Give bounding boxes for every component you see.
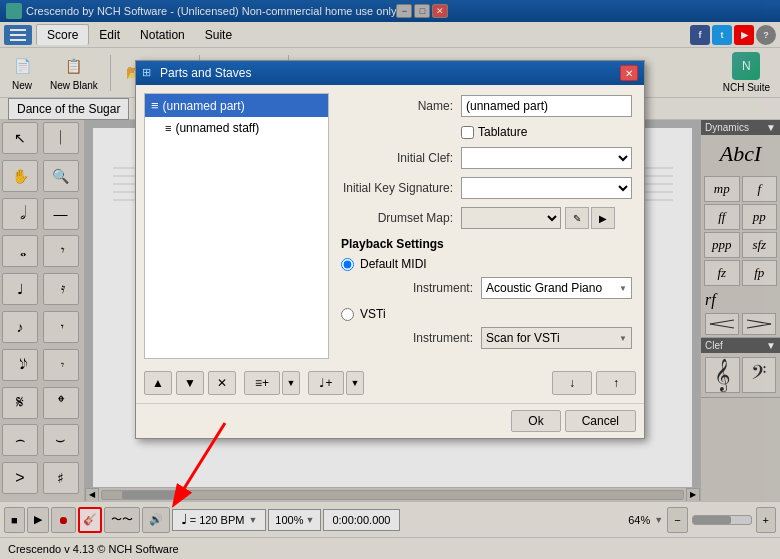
- cancel-button[interactable]: Cancel: [565, 410, 636, 432]
- playback-header: Playback Settings: [341, 237, 632, 251]
- dialog-bottom-buttons: ▲ ▼ ✕ ≡+ ▼ ♩+ ▼ ↓ ↑: [136, 367, 644, 403]
- vsti-instrument-row: Instrument: Scan for VSTi ▼: [361, 327, 632, 349]
- parts-staves-dialog: ⊞ Parts and Staves ✕ ≡ (unnamed part) ≡ …: [135, 60, 645, 439]
- dialog-add-staff-btn[interactable]: ♩+: [308, 371, 344, 395]
- drumset-buttons: ✎ ▶: [565, 207, 615, 229]
- drumset-select[interactable]: [461, 207, 561, 229]
- vsti-dropdown-icon: ▼: [619, 334, 627, 343]
- dialog-add-buttons: ≡+ ▼: [244, 371, 300, 395]
- dialog-ok-cancel: ↓ ↑: [552, 371, 636, 395]
- dialog-form: Name: Tablature Initial Clef: Initial Ke…: [329, 85, 644, 367]
- tree-part-label: (unnamed part): [163, 99, 245, 113]
- vsti-instrument-value: Scan for VSTi: [486, 331, 560, 345]
- initial-key-row: Initial Key Signature:: [341, 177, 632, 199]
- initial-key-select[interactable]: [461, 177, 632, 199]
- dialog-delete-btn[interactable]: ✕: [208, 371, 236, 395]
- vsti-radio[interactable]: [341, 308, 354, 321]
- dialog-body: ≡ (unnamed part) ≡ (unnamed staff) Name:: [136, 85, 644, 367]
- vsti-label: VSTi: [360, 307, 386, 321]
- initial-clef-label: Initial Clef:: [341, 151, 461, 165]
- tree-item-unnamed-part[interactable]: ≡ (unnamed part): [145, 94, 328, 117]
- drumset-edit-btn[interactable]: ✎: [565, 207, 589, 229]
- name-input[interactable]: [461, 95, 632, 117]
- dialog-titlebar: ⊞ Parts and Staves ✕: [136, 61, 644, 85]
- dialog-icon: ⊞: [142, 66, 156, 80]
- dialog-tree: ≡ (unnamed part) ≡ (unnamed staff): [144, 93, 329, 359]
- playback-label: Playback Settings: [341, 237, 444, 251]
- vsti-instrument-select[interactable]: Scan for VSTi ▼: [481, 327, 632, 349]
- ok-button[interactable]: Ok: [511, 410, 560, 432]
- initial-clef-row: Initial Clef:: [341, 147, 632, 169]
- tree-staff-label: (unnamed staff): [175, 121, 259, 135]
- midi-instrument-select[interactable]: Acoustic Grand Piano ▼: [481, 277, 632, 299]
- dialog-close-button[interactable]: ✕: [620, 65, 638, 81]
- tree-item-unnamed-staff[interactable]: ≡ (unnamed staff): [145, 117, 328, 139]
- dialog-down-btn[interactable]: ▼: [176, 371, 204, 395]
- midi-instrument-dropdown-icon: ▼: [619, 284, 627, 293]
- midi-instrument-value: Acoustic Grand Piano: [486, 281, 602, 295]
- drumset-label: Drumset Map:: [341, 211, 461, 225]
- dialog-title-text: Parts and Staves: [160, 66, 620, 80]
- dialog-export-btn[interactable]: ↑: [596, 371, 636, 395]
- dialog-add-dropdown-btn[interactable]: ▼: [282, 371, 300, 395]
- dialog-add-part-btn[interactable]: ≡+: [244, 371, 280, 395]
- vsti-row: VSTi: [341, 307, 632, 321]
- drumset-more-btn[interactable]: ▶: [591, 207, 615, 229]
- tablature-row: Tablature: [341, 125, 632, 139]
- dialog-action-buttons: Ok Cancel: [136, 403, 644, 438]
- midi-instrument-row: Instrument: Acoustic Grand Piano ▼: [361, 277, 632, 299]
- modal-layer: ⊞ Parts and Staves ✕ ≡ (unnamed part) ≡ …: [0, 0, 780, 559]
- dialog-add-staff-buttons: ♩+ ▼: [308, 371, 364, 395]
- staff-icon: ≡: [165, 122, 171, 134]
- part-icon: ≡: [151, 98, 159, 113]
- default-midi-radio[interactable]: [341, 258, 354, 271]
- dialog-up-btn[interactable]: ▲: [144, 371, 172, 395]
- initial-clef-select[interactable]: [461, 147, 632, 169]
- dialog-import-btn[interactable]: ↓: [552, 371, 592, 395]
- name-row: Name:: [341, 95, 632, 117]
- vsti-instrument-label: Instrument:: [361, 331, 481, 345]
- tablature-label: Tablature: [478, 125, 527, 139]
- default-midi-label: Default MIDI: [360, 257, 427, 271]
- default-midi-row: Default MIDI: [341, 257, 632, 271]
- name-label: Name:: [341, 99, 461, 113]
- tablature-checkbox[interactable]: [461, 126, 474, 139]
- drumset-row: Drumset Map: ✎ ▶: [341, 207, 632, 229]
- dialog-staff-dropdown-btn[interactable]: ▼: [346, 371, 364, 395]
- midi-instrument-label: Instrument:: [361, 281, 481, 295]
- initial-key-label: Initial Key Signature:: [341, 181, 461, 195]
